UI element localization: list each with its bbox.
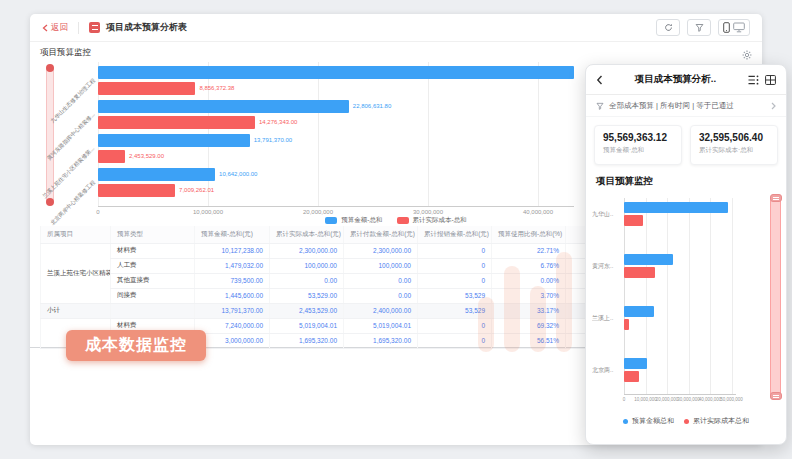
table-header-cell: 累计实际成本-总和(元): [270, 226, 344, 243]
legend-item-actual[interactable]: 累计实际成本-总和: [397, 216, 467, 225]
mobile-datazoom-slider[interactable]: [770, 196, 781, 398]
back-button[interactable]: 返回: [42, 22, 68, 34]
table-cell: 53,529.00: [270, 288, 344, 303]
actual-cost-bar[interactable]: [98, 116, 255, 129]
datazoom-handle-top[interactable]: [46, 64, 54, 72]
mobile-datazoom-handle-top[interactable]: [770, 194, 782, 202]
table-cell: 0.00: [270, 273, 344, 288]
datazoom-handle-bottom[interactable]: [46, 198, 54, 206]
gridline: [732, 198, 733, 394]
gridline: [538, 62, 539, 206]
bar-value-label: 14,276,343.00: [259, 116, 297, 129]
budget-bar[interactable]: [98, 134, 250, 147]
actual-cost-bar[interactable]: [624, 319, 629, 330]
device-preview-toggle[interactable]: [718, 19, 750, 36]
mobile-datazoom-handle-bottom[interactable]: [770, 392, 782, 400]
legend-item-budget[interactable]: 预算金额总和: [623, 416, 674, 426]
table-cell: 0: [418, 318, 492, 333]
settings-gear-button[interactable]: [742, 50, 752, 60]
gear-icon: [742, 50, 752, 60]
y-axis-category-label: 北京两..: [592, 366, 622, 375]
list-view-icon[interactable]: [748, 75, 759, 85]
table-header-cell: 预算使用比例-总和(%): [492, 226, 566, 243]
x-axis-tick-label: 40,000,000: [523, 209, 553, 215]
table-cell: 0: [418, 258, 492, 273]
table-cell: 3.70%: [492, 288, 566, 303]
table-cell: 2,400,000.00: [344, 303, 418, 318]
bar-value-label: 10,642,000.00: [219, 168, 257, 181]
filter-icon: [695, 23, 704, 32]
mobile-filter-bar[interactable]: 全部成本预算 | 所有时间 | 等于已通过: [586, 95, 786, 117]
x-axis-tick-label: 0: [623, 397, 626, 402]
bar-value-label: 8,856,372.38: [199, 82, 234, 95]
table-cell: 22.71%: [492, 243, 566, 258]
table-cell: 33.17%: [492, 303, 566, 318]
gridline: [710, 198, 711, 394]
stat-label: 预算金额·总和: [603, 146, 673, 155]
table-cell: 100,000.00: [344, 258, 418, 273]
legend-label: 累计实际成本-总和: [413, 216, 467, 225]
cost-monitor-tag: 成本数据监控: [66, 330, 206, 361]
table-cell: 5,019,004.01: [344, 318, 418, 333]
stat-label: 累计实际成本·总和: [699, 146, 769, 155]
table-cell: 7,240,000.00: [195, 318, 270, 333]
form-icon: [89, 22, 100, 33]
table-cell: 0.00: [344, 273, 418, 288]
budget-bar[interactable]: [98, 66, 574, 79]
legend-label: 累计实际成本总和: [693, 416, 749, 426]
x-axis-tick-label: 30,000,000: [413, 209, 443, 215]
refresh-icon: [664, 23, 673, 32]
mobile-section-title: 项目预算监控: [586, 165, 786, 188]
actual-cost-bar[interactable]: [624, 215, 643, 226]
actual-cost-bar[interactable]: [98, 184, 175, 197]
mobile-back-icon[interactable]: [596, 75, 603, 85]
x-axis-tick-label: 40,000,000: [699, 397, 722, 402]
actual-cost-bar[interactable]: [624, 267, 655, 278]
legend-label: 预算金额总和: [632, 416, 674, 426]
legend-item-actual[interactable]: 累计实际成本总和: [684, 416, 749, 426]
stat-card-budget[interactable]: 95,569,363.12 预算金额·总和: [594, 125, 682, 165]
mobile-stat-cards: 95,569,363.12 预算金额·总和 32,595,506.40 累计实际…: [586, 117, 786, 165]
bar-value-label: 2,453,529.00: [129, 150, 164, 163]
table-cell: 1,445,600.00: [195, 288, 270, 303]
table-cell: 兰溪上苑住宅小区精装修第...: [41, 243, 111, 303]
x-axis-tick-label: 20,000,000: [303, 209, 333, 215]
table-cell: 0.00%: [492, 273, 566, 288]
table-cell: 53,529: [418, 303, 492, 318]
table-header-cell: 累计报销金额-总和(元): [418, 226, 492, 243]
budget-bar[interactable]: [98, 168, 215, 181]
legend-swatch-red: [397, 217, 409, 224]
refresh-button[interactable]: [656, 19, 680, 36]
table-cell: 1,695,320.00: [270, 333, 344, 348]
budget-bar[interactable]: [624, 254, 673, 265]
mobile-legend: 预算金额总和 累计实际成本总和: [586, 416, 786, 426]
grid-view-icon[interactable]: [765, 75, 776, 85]
table-header-cell: 预算金额-总和(元): [195, 226, 270, 243]
actual-cost-bar[interactable]: [98, 82, 195, 95]
table-cell: 0: [418, 333, 492, 348]
stat-card-actual[interactable]: 32,595,506.40 累计实际成本·总和: [690, 125, 778, 165]
budget-bar[interactable]: [98, 100, 349, 113]
legend-swatch-blue: [325, 217, 337, 224]
table-cell: 739,500.00: [195, 273, 270, 288]
table-cell: 小计: [41, 303, 111, 318]
budget-bar[interactable]: [624, 306, 654, 317]
table-cell: 材料费: [111, 243, 195, 258]
actual-cost-bar[interactable]: [624, 371, 639, 382]
x-axis-tick-label: 30,000,000: [677, 397, 700, 402]
x-axis-tick-label: 0: [96, 209, 99, 215]
table-cell: 53,529: [418, 288, 492, 303]
x-axis-tick-label: 10,000,000: [193, 209, 223, 215]
table-cell: 13,791,370.00: [195, 303, 270, 318]
mobile-bar-chart: 010,000,00020,000,00030,000,00040,000,00…: [592, 194, 782, 406]
mobile-filter-text: 全部成本预算 | 所有时间 | 等于已通过: [609, 101, 734, 111]
filter-button[interactable]: [687, 19, 711, 36]
actual-cost-bar[interactable]: [98, 150, 125, 163]
gridline: [667, 198, 668, 394]
x-axis-tick-label: 10,000,000: [634, 397, 657, 402]
legend-item-budget[interactable]: 预算金额-总和: [325, 216, 382, 225]
page: { "toolbar": { "back": "返回", "title": "项…: [0, 0, 792, 459]
budget-bar[interactable]: [624, 202, 728, 213]
bar-value-label: 22,806,631.80: [353, 100, 391, 113]
budget-bar[interactable]: [624, 358, 647, 369]
